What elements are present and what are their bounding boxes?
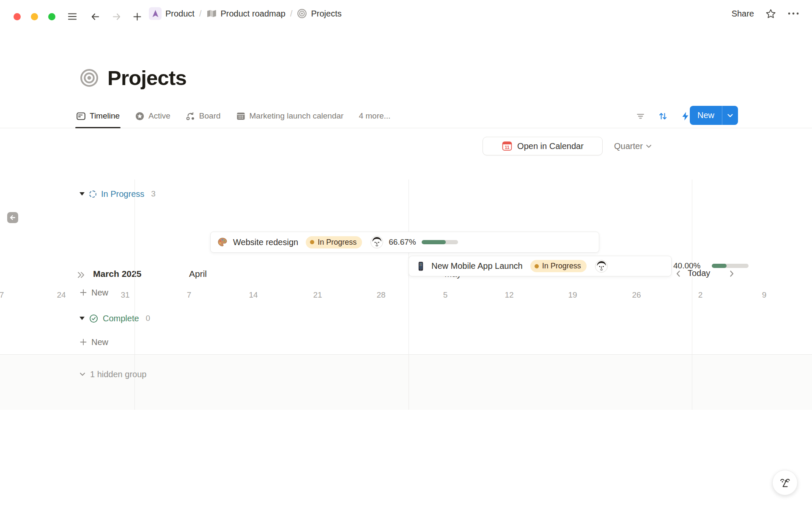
page-title: Projects bbox=[107, 66, 187, 90]
tab-active[interactable]: Active bbox=[135, 104, 170, 128]
page-header: Projects bbox=[80, 66, 187, 90]
plus-icon bbox=[80, 338, 87, 346]
map-icon bbox=[206, 8, 217, 19]
tab-label: Board bbox=[199, 111, 221, 121]
add-new-label: New bbox=[91, 288, 108, 298]
complete-status-icon bbox=[89, 314, 98, 323]
timeline-header: March 2025 April May 11 Open in Calendar… bbox=[0, 128, 812, 179]
back-icon[interactable] bbox=[90, 11, 101, 22]
topbar-actions: Share bbox=[732, 7, 799, 20]
zoom-level-label: Quarter bbox=[614, 141, 643, 151]
assignee-avatar bbox=[595, 260, 608, 273]
status-dot-icon bbox=[310, 240, 314, 244]
timeline-card-new-mobile-app-launch[interactable]: New Mobile App Launch In Progress bbox=[409, 256, 672, 276]
card-title: Website redesign bbox=[233, 237, 298, 247]
chevron-down-icon bbox=[79, 370, 86, 378]
breadcrumb-product[interactable]: Product bbox=[165, 9, 195, 19]
mobile-phone-icon bbox=[416, 261, 426, 271]
window-titlebar: Product / Product roadmap / Projects Sha… bbox=[0, 0, 812, 27]
lightning-icon[interactable] bbox=[680, 111, 690, 121]
scroll-left-button[interactable] bbox=[7, 212, 18, 223]
status-badge: In Progress bbox=[530, 260, 587, 272]
progress-bar-fill bbox=[422, 240, 446, 244]
breadcrumb: Product / Product roadmap / Projects bbox=[149, 7, 342, 20]
calendar-icon: 11 bbox=[502, 141, 513, 152]
tab-board[interactable]: Board bbox=[186, 104, 221, 128]
timeline-view-icon bbox=[76, 111, 86, 121]
new-page-icon[interactable] bbox=[132, 11, 143, 22]
month-gridline bbox=[409, 179, 409, 410]
in-progress-status-icon bbox=[89, 190, 96, 198]
svg-text:11: 11 bbox=[505, 145, 510, 150]
timeline-card-website-redesign[interactable]: Website redesign In Progress 66.67% bbox=[210, 232, 599, 253]
progress-bar bbox=[422, 240, 458, 244]
view-tabs: Timeline Active Board Marketing launch c… bbox=[76, 104, 390, 128]
calendar-view-icon bbox=[236, 111, 246, 121]
view-tabs-row: Timeline Active Board Marketing launch c… bbox=[0, 104, 812, 128]
more-icon[interactable] bbox=[787, 12, 799, 15]
collapse-triangle-icon[interactable] bbox=[80, 317, 85, 320]
new-button-label[interactable]: New bbox=[690, 106, 722, 125]
tab-marketing-launch-calendar[interactable]: Marketing launch calendar bbox=[236, 104, 344, 128]
favorite-star-icon[interactable] bbox=[765, 8, 776, 19]
sort-icon[interactable] bbox=[658, 111, 668, 121]
notion-ai-face-icon bbox=[777, 475, 793, 491]
group-header-complete[interactable]: Complete 0 bbox=[80, 312, 150, 325]
open-in-calendar-button[interactable]: 11 Open in Calendar bbox=[483, 137, 603, 155]
hidden-group-label: 1 hidden group bbox=[90, 370, 146, 379]
status-label: In Progress bbox=[542, 262, 581, 271]
window-minimize-button[interactable] bbox=[31, 13, 38, 20]
breadcrumb-projects[interactable]: Projects bbox=[311, 9, 341, 19]
tab-label: Marketing launch calendar bbox=[250, 111, 344, 121]
filter-icon[interactable] bbox=[636, 111, 645, 121]
notion-window: Product / Product roadmap / Projects Sha… bbox=[0, 0, 812, 508]
new-button[interactable]: New bbox=[690, 106, 738, 125]
timeline-body: In Progress 3 Website redesign In Progre… bbox=[0, 179, 812, 410]
progress-percent: 40.00% bbox=[673, 261, 700, 271]
notion-ai-button[interactable] bbox=[772, 470, 798, 495]
month-gridline bbox=[692, 179, 692, 410]
group-count: 3 bbox=[151, 189, 156, 199]
group-name: Complete bbox=[103, 314, 139, 323]
hamburger-icon[interactable] bbox=[67, 11, 78, 22]
window-zoom-button[interactable] bbox=[48, 13, 55, 20]
group-header-in-progress[interactable]: In Progress 3 bbox=[80, 188, 156, 200]
share-button[interactable]: Share bbox=[732, 9, 754, 19]
plus-icon bbox=[80, 289, 87, 296]
breadcrumb-product-roadmap[interactable]: Product roadmap bbox=[221, 9, 285, 19]
forward-icon[interactable] bbox=[111, 11, 122, 22]
breadcrumb-separator: / bbox=[289, 9, 294, 19]
hidden-group-toggle[interactable]: 1 hidden group bbox=[79, 368, 146, 380]
assignee-avatar bbox=[370, 236, 383, 248]
product-rocket-icon bbox=[149, 7, 162, 20]
tab-label: Timeline bbox=[90, 111, 120, 121]
new-button-chevron-icon[interactable] bbox=[722, 106, 738, 125]
page-target-icon bbox=[80, 68, 99, 88]
group-count: 0 bbox=[146, 314, 151, 323]
status-dot-icon bbox=[535, 264, 539, 268]
open-in-calendar-label: Open in Calendar bbox=[517, 141, 584, 151]
chevron-down-icon bbox=[646, 144, 652, 148]
target-icon bbox=[297, 8, 307, 19]
board-view-icon bbox=[186, 111, 195, 121]
star-circle-icon bbox=[135, 111, 145, 121]
tabs-more-button[interactable]: 4 more... bbox=[359, 111, 390, 121]
collapse-triangle-icon[interactable] bbox=[80, 192, 85, 196]
status-label: In Progress bbox=[318, 238, 357, 247]
timeline-zoom-select[interactable]: Quarter bbox=[614, 137, 652, 155]
card-title: New Mobile App Launch bbox=[431, 261, 523, 271]
add-new-item-button[interactable]: New bbox=[80, 336, 108, 348]
status-badge: In Progress bbox=[306, 236, 362, 248]
window-close-button[interactable] bbox=[14, 13, 21, 20]
hidden-group-section bbox=[0, 354, 812, 410]
group-name: In Progress bbox=[101, 189, 144, 199]
tab-timeline[interactable]: Timeline bbox=[76, 104, 120, 128]
progress-bar-fill bbox=[712, 264, 727, 268]
breadcrumb-separator: / bbox=[198, 9, 203, 19]
add-new-item-button[interactable]: New bbox=[80, 287, 108, 298]
palette-icon bbox=[217, 237, 228, 247]
progress-bar bbox=[712, 264, 749, 268]
tab-label: Active bbox=[148, 111, 170, 121]
progress-percent: 66.67% bbox=[389, 237, 416, 247]
add-new-label: New bbox=[91, 337, 108, 347]
